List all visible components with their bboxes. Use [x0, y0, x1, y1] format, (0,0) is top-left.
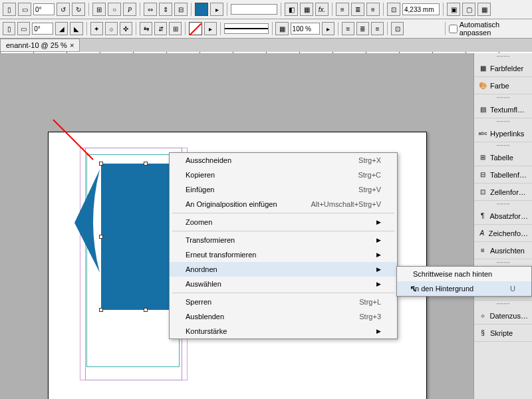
measure-input[interactable]	[402, 3, 440, 15]
menu-select[interactable]: Auswählen▶	[170, 277, 397, 291]
blend-icon[interactable]: ▦	[300, 3, 313, 16]
circle-icon[interactable]: ○	[108, 3, 121, 16]
fill-swatch[interactable]	[195, 3, 208, 16]
menu-label: Anordnen	[186, 265, 217, 273]
menu-zoom[interactable]: Zoomen▶	[170, 215, 397, 229]
panel-color[interactable]: 🎨Farbe	[474, 77, 532, 94]
panel-datamerge[interactable]: ⟐Datenzus…	[474, 307, 532, 325]
panel-textwrap[interactable]: ▤Textumfl…	[474, 101, 532, 118]
menu-label: Erneut transformieren	[186, 251, 256, 259]
grid-icon[interactable]: ⊞	[92, 3, 106, 16]
fx-label[interactable]: fx.	[315, 3, 329, 16]
panel-align[interactable]: ≡Ausrichten	[474, 242, 532, 259]
flip-v2-icon[interactable]: ▭	[17, 22, 30, 35]
handle-n[interactable]	[144, 162, 148, 166]
fit-icon-2[interactable]: ▢	[462, 3, 475, 16]
panel-charformat[interactable]: AZeichenfo…	[474, 225, 532, 242]
menu-arrange[interactable]: Anordnen▶	[170, 262, 397, 277]
flip-h-icon[interactable]: ▯	[3, 3, 16, 16]
panel-hyperlinks[interactable]: abcHyperlinks	[474, 125, 532, 142]
rotation-input-1[interactable]	[33, 3, 55, 15]
shortcut: U	[510, 285, 515, 293]
swatches-icon: ▦	[478, 64, 487, 73]
menu-retransform[interactable]: Erneut transformieren▶	[170, 247, 397, 262]
textwrap-icon: ▤	[478, 105, 487, 114]
rotate-ccw-icon[interactable]: ↺	[57, 3, 70, 16]
group-all-icon[interactable]: ⊞	[169, 22, 182, 35]
shortcut: Strg+C	[358, 171, 381, 179]
distribute-h-icon[interactable]: ⇔	[144, 3, 157, 16]
wrap-b3-icon[interactable]: ≡	[371, 22, 384, 35]
shortcut: Alt+Umschalt+Strg+V	[311, 200, 381, 208]
shear-r-icon[interactable]: ◣	[70, 22, 82, 35]
swatch-arrow-icon[interactable]: ▸	[210, 3, 223, 16]
fit-icon-3[interactable]: ▦	[477, 3, 491, 16]
stroke-arrow-icon[interactable]: ▸	[204, 22, 217, 35]
rotate-cw-icon[interactable]: ↻	[72, 3, 85, 16]
panel-table[interactable]: ⊞Tabelle	[474, 149, 532, 166]
handle-s[interactable]	[144, 308, 148, 312]
menu-label: In den Hintergrund	[413, 285, 473, 293]
group-h-icon[interactable]: ⇆	[140, 22, 152, 35]
shortcut: Strg+3	[359, 313, 381, 321]
menu-transform[interactable]: Transformieren▶	[170, 233, 397, 247]
sun-icon[interactable]: ☼	[105, 22, 118, 35]
document-tab[interactable]: enannt-10 @ 25 % ×	[0, 39, 80, 52]
menu-stroke[interactable]: Konturstärke▶	[170, 324, 397, 338]
panel-label: Skripte	[490, 329, 513, 337]
shear-l-icon[interactable]: ◢	[55, 22, 68, 35]
panel-label: Tabellenf…	[490, 171, 527, 179]
shear-input[interactable]	[32, 23, 53, 35]
point-icon[interactable]: ✜	[120, 22, 132, 35]
star-icon[interactable]: ✦	[90, 22, 103, 35]
panel-label: Farbe	[490, 82, 509, 90]
distribute-v-icon[interactable]: ⇕	[159, 3, 172, 16]
wrap-right-icon[interactable]: ≡	[366, 3, 380, 16]
wrap-b1-icon[interactable]: ≡	[342, 22, 354, 35]
toolbar-row-1: ▯ ▭ ↺ ↻ ⊞ ○ P ⇔ ⇕ ⊟ ▸ ◧ ▦ fx. ≡ ≣ ≡ ⊡ ▣ …	[0, 0, 532, 19]
menu-copy[interactable]: KopierenStrg+C	[170, 168, 397, 182]
wrap-left-icon[interactable]: ≡	[336, 3, 349, 16]
panel-scripts[interactable]: §Skripte	[474, 325, 532, 342]
stroke-weight-selector[interactable]	[224, 23, 269, 34]
zoom-input[interactable]	[291, 23, 320, 35]
panel-cellformat[interactable]: ⊡Zellenfor…	[474, 184, 532, 201]
ungroup-icon[interactable]: ⊟	[174, 3, 188, 16]
percent-icon[interactable]: ▦	[275, 22, 288, 35]
zoom-arrow-icon[interactable]: ▸	[322, 22, 334, 35]
panel-swatches[interactable]: ▦Farbfelder	[474, 60, 532, 77]
menu-hide[interactable]: AusblendenStrg+3	[170, 309, 397, 324]
handle-w[interactable]	[99, 235, 103, 239]
stroke-swatch[interactable]	[189, 22, 201, 35]
chevron-right-icon: ▶	[376, 328, 381, 334]
panel-tableformat[interactable]: ⊟Tabellenf…	[474, 166, 532, 184]
flip-v-icon[interactable]: ▭	[18, 3, 31, 16]
blue-triangle-shape[interactable]	[66, 170, 106, 276]
flip-h2-icon[interactable]: ▯	[3, 22, 15, 35]
stroke-style-selector[interactable]	[231, 4, 277, 15]
auto-fit-checkbox[interactable]: Automatisch anpassen	[449, 21, 529, 37]
menu-label: Zoomen	[186, 218, 212, 226]
opacity-icon[interactable]: ◧	[285, 3, 298, 16]
wrap-center-icon[interactable]: ≣	[351, 3, 364, 16]
auto-fit-label: Automatisch anpassen	[460, 21, 529, 37]
auto-fit-input[interactable]	[449, 25, 458, 33]
menu-label: Konturstärke	[186, 327, 227, 335]
panel-paraformat[interactable]: ¶Absatzfor…	[474, 207, 532, 225]
close-icon[interactable]: ×	[70, 41, 74, 49]
type-icon[interactable]: P	[123, 3, 136, 16]
menu-paste-orig[interactable]: An Originalposition einfügenAlt+Umschalt…	[170, 197, 397, 211]
panel-label: Farbfelder	[490, 65, 523, 72]
group-v-icon[interactable]: ⇵	[154, 22, 167, 35]
menu-cut[interactable]: AusschneidenStrg+X	[170, 153, 397, 168]
submenu-step-back[interactable]: Schrittweise nach hinten	[397, 267, 531, 281]
menu-lock[interactable]: SperrenStrg+L	[170, 295, 397, 309]
wrap-b2-icon[interactable]: ≣	[356, 22, 369, 35]
fit-icon-1[interactable]: ▣	[447, 3, 460, 16]
shortcut: Strg+V	[358, 186, 381, 194]
menu-paste[interactable]: EinfügenStrg+V	[170, 182, 397, 197]
handle-sw[interactable]	[99, 308, 103, 312]
cellfmt-icon: ⊡	[478, 188, 487, 197]
crop-icon[interactable]: ⊡	[387, 3, 400, 16]
crop2-icon[interactable]: ⊡	[391, 22, 404, 35]
